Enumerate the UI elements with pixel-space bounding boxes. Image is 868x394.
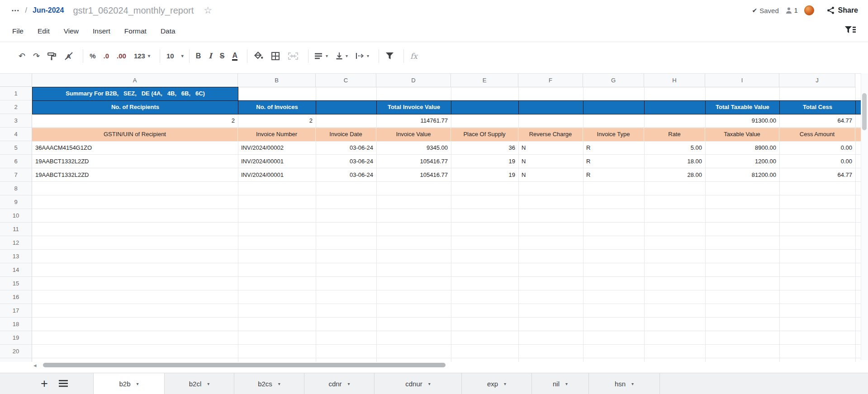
cell-g7[interactable]: R xyxy=(583,168,644,182)
vertical-scrollbar-thumb[interactable] xyxy=(862,93,867,130)
cell-a7[interactable]: 19AABCT1332L2ZD xyxy=(32,168,238,182)
cell-h5[interactable]: 5.00 xyxy=(644,141,705,155)
row-header[interactable]: 15 xyxy=(0,277,32,290)
cell-j4[interactable]: Cess Amount xyxy=(779,128,855,141)
row-header[interactable]: 8 xyxy=(0,182,32,195)
menu-insert[interactable]: Insert xyxy=(93,27,110,35)
h-scroll-left-arrow-icon[interactable]: ◂ xyxy=(33,362,37,369)
cell-c6[interactable]: 03-06-24 xyxy=(316,155,376,168)
cell-i6[interactable]: 1200.00 xyxy=(705,155,779,168)
cell-a1-summary-banner[interactable]: Summary For B2B, SEZ, DE (4A, 4B, 6B, 6C… xyxy=(32,87,238,101)
breadcrumb-link-period[interactable]: Jun-2024 xyxy=(33,6,64,14)
bold-button[interactable]: B xyxy=(196,52,201,60)
chevron-down-icon[interactable]: ▾ xyxy=(278,381,280,386)
cell-c5[interactable]: 03-06-24 xyxy=(316,141,376,155)
column-header-j[interactable]: J xyxy=(779,74,855,87)
user-avatar[interactable] xyxy=(804,5,814,15)
merge-cells-button[interactable] xyxy=(288,52,299,60)
breadcrumb-menu-icon[interactable]: ••• xyxy=(12,8,20,13)
decrease-decimal-button[interactable]: .0 xyxy=(104,52,109,60)
cell-a5[interactable]: 36AAACM4154G1ZO xyxy=(32,141,238,155)
cell-f6[interactable]: N xyxy=(518,155,583,168)
sheet-tab-cdnur[interactable]: cdnur ▾ xyxy=(375,373,462,394)
cell-d2[interactable]: Total Invoice Value xyxy=(377,101,451,114)
filter-button[interactable] xyxy=(385,52,394,60)
row-header[interactable]: 10 xyxy=(0,209,32,223)
cell-d3[interactable]: 114761.77 xyxy=(376,114,451,128)
row-header[interactable]: 9 xyxy=(0,195,32,209)
horizontal-scrollbar-thumb[interactable] xyxy=(43,363,446,367)
column-header-f[interactable]: F xyxy=(518,74,583,87)
menu-format[interactable]: Format xyxy=(124,27,147,35)
sheet-tab-exp[interactable]: exp ▾ xyxy=(462,373,532,394)
cell-d6[interactable]: 105416.77 xyxy=(376,155,451,168)
cell-b2[interactable]: No. of Invoices xyxy=(238,101,316,114)
format-percent-button[interactable]: % xyxy=(90,52,95,60)
cell-h4[interactable]: Rate xyxy=(644,128,705,141)
formula-bar-input[interactable] xyxy=(417,48,868,64)
fill-color-button[interactable] xyxy=(254,52,263,60)
paint-format-button[interactable] xyxy=(47,52,57,60)
column-header-a[interactable]: A xyxy=(32,74,238,87)
cell-b4[interactable]: Invoice Number xyxy=(238,128,316,141)
row-header[interactable]: 17 xyxy=(0,304,32,318)
cell-a2[interactable]: No. of Recipients xyxy=(33,101,238,114)
chevron-down-icon[interactable]: ▾ xyxy=(504,381,506,386)
italic-button[interactable]: I xyxy=(209,52,212,60)
sheet-tab-cdnr[interactable]: cdnr ▾ xyxy=(304,373,375,394)
horizontal-align-dropdown[interactable]: ▾ xyxy=(315,53,328,59)
cell-f7[interactable]: N xyxy=(518,168,583,182)
row-header[interactable]: 5 xyxy=(0,141,32,155)
cell-i3[interactable]: 91300.00 xyxy=(705,114,779,128)
cell-i2[interactable]: Total Taxable Value xyxy=(706,101,780,114)
add-sheet-button[interactable]: + xyxy=(35,373,53,394)
cell-c4[interactable]: Invoice Date xyxy=(316,128,376,141)
sheet-tab-b2b[interactable]: b2b ▾ xyxy=(93,373,165,394)
cell-f4[interactable]: Reverse Charge xyxy=(518,128,583,141)
share-button[interactable]: Share xyxy=(827,6,858,14)
chevron-down-icon[interactable]: ▾ xyxy=(207,381,209,386)
cell-i4[interactable]: Taxable Value xyxy=(705,128,779,141)
cell-g2[interactable] xyxy=(583,101,645,114)
cell-a3[interactable]: 2 xyxy=(32,114,238,128)
cell-b3[interactable]: 2 xyxy=(238,114,316,128)
menu-file[interactable]: File xyxy=(12,27,24,35)
cell-f5[interactable]: N xyxy=(518,141,583,155)
cell-a6[interactable]: 19AABCT1332L2ZD xyxy=(32,155,238,168)
redo-button[interactable]: ↷ xyxy=(33,51,40,61)
row-header[interactable]: 6 xyxy=(0,155,32,168)
cell-g4[interactable]: Invoice Type xyxy=(583,128,644,141)
row-header[interactable]: 12 xyxy=(0,236,32,250)
cell-e7[interactable]: 19 xyxy=(451,168,518,182)
cell-e4[interactable]: Place Of Supply xyxy=(451,128,518,141)
sheet-tab-b2cs[interactable]: b2cs ▾ xyxy=(234,373,304,394)
cell-i7[interactable]: 81200.00 xyxy=(705,168,779,182)
cell-d4[interactable]: Invoice Value xyxy=(376,128,451,141)
cell-j6[interactable]: 0.00 xyxy=(779,155,855,168)
text-color-button[interactable]: A xyxy=(232,52,237,61)
row-header[interactable]: 11 xyxy=(0,223,32,236)
cell-h2[interactable] xyxy=(645,101,706,114)
chevron-down-icon[interactable]: ▾ xyxy=(631,381,634,386)
row-header[interactable]: 18 xyxy=(0,318,32,331)
cell-j7[interactable]: 64.77 xyxy=(779,168,855,182)
cell-h6[interactable]: 18.00 xyxy=(644,155,705,168)
row-header[interactable]: 14 xyxy=(0,263,32,277)
cell-d5[interactable]: 9345.00 xyxy=(376,141,451,155)
chevron-down-icon[interactable]: ▾ xyxy=(565,381,568,386)
cell-e5[interactable]: 36 xyxy=(451,141,518,155)
menu-edit[interactable]: Edit xyxy=(38,27,50,35)
cell-b6[interactable]: INV/2024/00001 xyxy=(238,155,316,168)
sheet-tab-hsn[interactable]: hsn ▾ xyxy=(589,373,660,394)
select-all-corner[interactable] xyxy=(0,73,32,87)
cell-j5[interactable]: 0.00 xyxy=(779,141,855,155)
menu-view[interactable]: View xyxy=(64,27,79,35)
vertical-align-dropdown[interactable]: ▾ xyxy=(336,52,348,60)
strikethrough-button[interactable]: S xyxy=(220,52,225,60)
favorite-star-icon[interactable]: ☆ xyxy=(204,5,212,16)
cell-a4[interactable]: GSTIN/UIN of Recipient xyxy=(32,128,238,141)
column-header-g[interactable]: G xyxy=(583,74,644,87)
cell-c2[interactable] xyxy=(316,101,377,114)
row-header[interactable]: 3 xyxy=(0,114,32,128)
row-header[interactable]: 4 xyxy=(0,128,32,141)
